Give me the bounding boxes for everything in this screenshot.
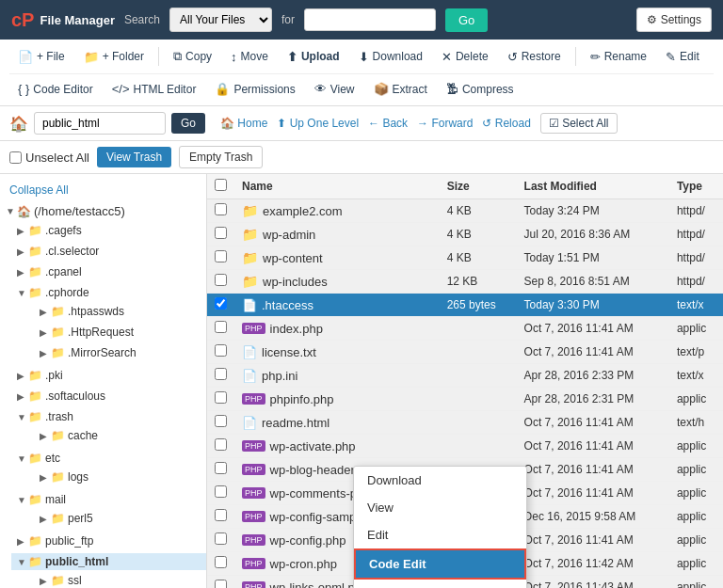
row-checkbox[interactable] [215, 438, 227, 451]
unselect-all-input[interactable] [9, 151, 22, 164]
row-type: httpd/ [669, 223, 723, 246]
rename-button[interactable]: ✏ Rename [582, 45, 655, 69]
up-one-level-button[interactable]: ⬆ Up One Level [277, 117, 359, 130]
table-row[interactable]: 📁wp-content 4 KB Today 1:51 PM httpd/ [207, 246, 723, 270]
folder-icon: 📁 [28, 410, 42, 423]
tree-ssl-row[interactable]: ▶📁ssl [34, 572, 206, 588]
row-checkbox-cell [207, 246, 234, 270]
context-menu-item[interactable]: Code Edit [354, 548, 526, 580]
table-row[interactable]: PHPphpinfo.php Apr 28, 2016 2:31 PM appl… [207, 388, 723, 411]
row-type: applic [669, 576, 723, 589]
row-checkbox[interactable] [215, 203, 227, 215]
home-nav-button[interactable]: 🏠 Home [220, 117, 267, 130]
download-button[interactable]: ⬇ Download [350, 45, 431, 69]
html-editor-button[interactable]: </> HTML Editor [104, 77, 205, 101]
tree-publichtml-row[interactable]: ▼📁public_html [11, 553, 206, 570]
context-menu-item[interactable]: Download [354, 467, 526, 494]
tree-root-row[interactable]: ▼ 🏠 (/home/testacc5) [0, 202, 206, 220]
row-checkbox[interactable] [215, 321, 227, 333]
search-scope-select[interactable]: All Your Files This Directory [169, 8, 272, 32]
unselect-all-checkbox[interactable]: Unselect All [9, 151, 89, 165]
select-all-checkbox[interactable] [215, 179, 227, 191]
restore-button[interactable]: ↺ Restore [499, 45, 570, 69]
search-go-button[interactable]: Go [445, 8, 488, 32]
row-checkbox[interactable] [215, 462, 227, 474]
reload-button[interactable]: ↺ Reload [482, 117, 530, 130]
collapse-all-button[interactable]: Collapse All [0, 180, 206, 200]
row-modified: Oct 7, 2016 11:43 AM [517, 576, 669, 589]
row-checkbox[interactable] [215, 391, 227, 404]
select-all-button[interactable]: ☑ Select All [540, 113, 618, 134]
tree-httprequest-row[interactable]: ▶📁.HttpRequest [34, 324, 206, 341]
tree-publicftp-row[interactable]: ▶📁public_ftp [11, 532, 206, 549]
row-size [440, 364, 517, 388]
table-row[interactable]: 📄.htaccess 265 bytes Today 3:30 PM text/… [207, 294, 723, 317]
path-input[interactable] [34, 112, 166, 135]
new-folder-button[interactable]: 📁+ Folder [75, 45, 153, 69]
upload-button[interactable]: ⬆ Upload [279, 45, 348, 69]
copy-button[interactable]: ⧉ Copy [165, 44, 220, 69]
new-file-button[interactable]: 📄+ File [9, 45, 73, 69]
tree-pki-row[interactable]: ▶📁.pki [11, 367, 206, 384]
move-button[interactable]: ↕ Move [222, 45, 277, 69]
table-row[interactable]: PHPwp-activate.php Oct 7, 2016 11:41 AM … [207, 435, 723, 458]
context-menu-item[interactable]: Move [354, 580, 526, 588]
tree-cagefs-row[interactable]: ▶📁.cagefs [11, 222, 206, 239]
nav-buttons: 🏠 Home ⬆ Up One Level ← Back → Forward ↺… [220, 113, 618, 134]
permissions-button[interactable]: 🔒 Permissions [206, 77, 303, 101]
row-checkbox[interactable] [215, 227, 227, 239]
tree-logs-row[interactable]: ▶📁logs [34, 469, 206, 485]
table-row[interactable]: 📁example2.com 4 KB Today 3:24 PM httpd/ [207, 199, 723, 223]
context-menu-item[interactable]: Edit [354, 521, 526, 548]
compress-button[interactable]: 🗜 Compress [438, 77, 522, 101]
view-button[interactable]: 👁 View [306, 77, 363, 101]
tree-trash-row[interactable]: ▼📁.trash [11, 408, 206, 425]
row-checkbox-cell [207, 223, 234, 246]
table-row[interactable]: 📄readme.html Oct 7, 2016 11:41 AM text/h [207, 411, 723, 435]
row-checkbox[interactable] [215, 415, 227, 427]
table-row[interactable]: PHPindex.php Oct 7, 2016 11:41 AM applic [207, 317, 723, 341]
row-checkbox[interactable] [215, 250, 227, 262]
search-input[interactable] [304, 8, 436, 31]
tree-cphorde-row[interactable]: ▼📁.cphorde [11, 284, 206, 301]
table-row[interactable]: 📁wp-includes 12 KB Sep 8, 2016 8:51 AM h… [207, 270, 723, 294]
view-trash-button[interactable]: View Trash [97, 147, 171, 167]
path-go-button[interactable]: Go [171, 113, 205, 134]
table-row[interactable]: 📄license.txt Oct 7, 2016 11:41 AM text/p [207, 341, 723, 364]
tree-cpanel-row[interactable]: ▶📁.cpanel [11, 263, 206, 280]
context-menu-item[interactable]: View [354, 494, 526, 521]
row-checkbox[interactable] [215, 274, 227, 286]
app-title: File Manager [40, 13, 114, 27]
row-checkbox[interactable] [215, 556, 227, 568]
row-checkbox[interactable] [215, 344, 227, 357]
row-checkbox-cell [207, 576, 234, 589]
col-type: Type [669, 174, 723, 199]
code-editor-button[interactable]: { } Code Editor [9, 77, 102, 101]
forward-button[interactable]: → Forward [417, 117, 473, 130]
row-checkbox[interactable] [215, 368, 227, 380]
row-type: applic [669, 458, 723, 482]
tree-cache-row[interactable]: ▶📁cache [34, 427, 206, 444]
back-button[interactable]: ← Back [368, 117, 408, 130]
tree-clselector: ▶📁.cl.selector [11, 241, 206, 262]
tree-perl5-row[interactable]: ▶📁perl5 [34, 510, 206, 527]
extract-button[interactable]: 📦 Extract [365, 77, 436, 101]
delete-button[interactable]: ✕ Delete [433, 45, 497, 69]
row-checkbox[interactable] [215, 485, 227, 498]
tree-softaculous-row[interactable]: ▶📁.softaculous [11, 388, 206, 405]
tree-htpasswds-row[interactable]: ▶📁.htpasswds [34, 303, 206, 320]
edit-button[interactable]: ✎ Edit [657, 45, 708, 69]
tree-clselector-row[interactable]: ▶📁.cl.selector [11, 243, 206, 260]
table-row[interactable]: 📁wp-admin 4 KB Jul 20, 2016 8:36 AM http… [207, 223, 723, 246]
tree-etc-row[interactable]: ▼📁etc [11, 450, 206, 467]
empty-trash-button[interactable]: Empty Trash [179, 146, 263, 168]
row-checkbox[interactable] [215, 532, 227, 545]
row-checkbox[interactable] [215, 509, 227, 521]
tree-mirrorsearch-row[interactable]: ▶📁.MirrorSearch [34, 344, 206, 361]
home-icon[interactable]: 🏠 [9, 115, 28, 133]
row-checkbox[interactable] [215, 580, 227, 588]
tree-mail-row[interactable]: ▼📁mail [11, 491, 206, 508]
table-row[interactable]: 📄php.ini Apr 28, 2016 2:33 PM text/x [207, 364, 723, 388]
settings-button[interactable]: ⚙ Settings [636, 8, 712, 32]
row-checkbox[interactable] [215, 297, 227, 310]
